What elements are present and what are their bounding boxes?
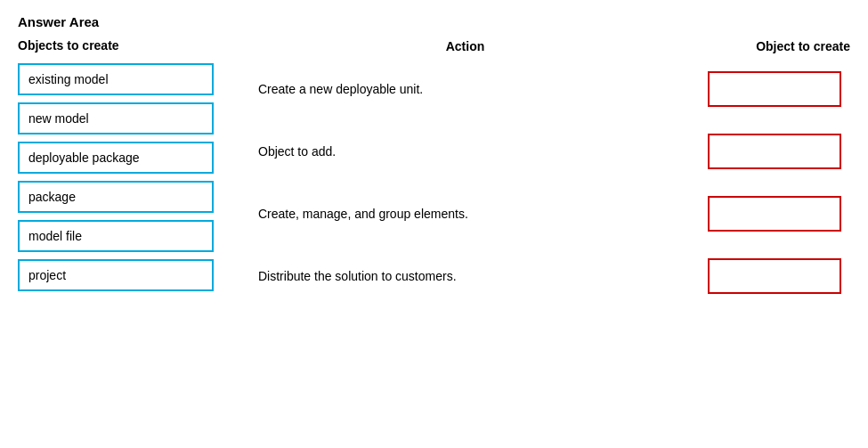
action-text-2: Object to add. <box>249 144 681 159</box>
list-item[interactable]: package <box>18 181 214 213</box>
drop-box-1[interactable] <box>708 71 841 107</box>
list-item[interactable]: deployable package <box>18 142 214 174</box>
table-row: Create, manage, and group elements. <box>249 183 850 245</box>
action-rows: Create a new deployable unit. Object to … <box>249 58 850 307</box>
objects-column-header: Objects to create <box>18 38 214 53</box>
object-to-create-header: Object to create <box>756 39 850 53</box>
drop-box-3[interactable] <box>708 196 841 232</box>
list-item[interactable]: project <box>18 259 214 291</box>
table-row: Object to add. <box>249 120 850 183</box>
objects-column: Objects to create existing model new mod… <box>18 38 214 291</box>
drop-box-4[interactable] <box>708 258 841 294</box>
action-text-1: Create a new deployable unit. <box>249 82 681 96</box>
list-item[interactable]: new model <box>18 102 214 134</box>
answer-area: Answer Area Objects to create existing m… <box>18 14 850 307</box>
answer-area-title: Answer Area <box>18 14 850 29</box>
table-row: Distribute the solution to customers. <box>249 245 850 307</box>
list-item[interactable]: model file <box>18 220 214 252</box>
drop-box-2[interactable] <box>708 134 841 169</box>
list-item[interactable]: existing model <box>18 63 214 95</box>
action-text-4: Distribute the solution to customers. <box>249 269 681 283</box>
table-row: Create a new deployable unit. <box>249 58 850 120</box>
action-text-3: Create, manage, and group elements. <box>249 207 681 221</box>
action-column-header: Action <box>446 39 485 53</box>
